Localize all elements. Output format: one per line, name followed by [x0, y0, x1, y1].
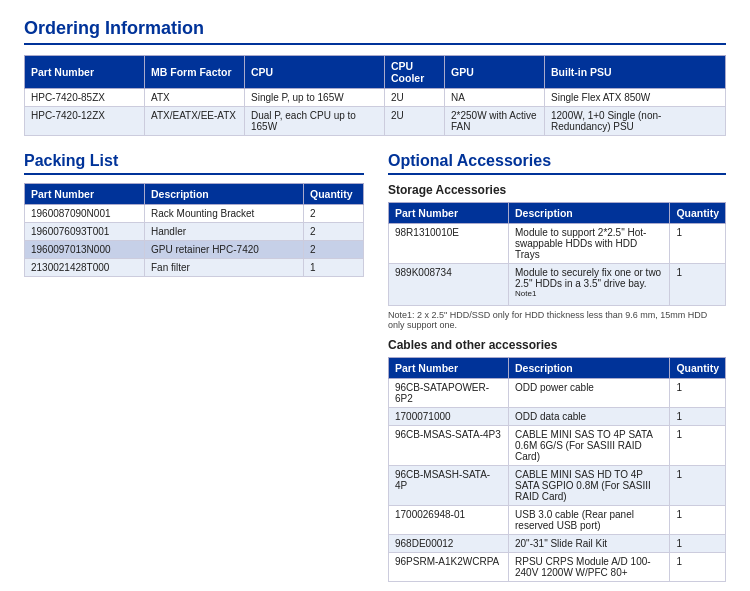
packing-row: 1960097013N000GPU retainer HPC-74202 — [25, 241, 364, 259]
cables-header-row: Part Number Description Quantity — [389, 358, 726, 379]
packing-table: Part Number Description Quantity 1960087… — [24, 183, 364, 277]
packing-row: 1960076093T001Handler2 — [25, 223, 364, 241]
storage-row: 98R1310010EModule to support 2*2.5" Hot-… — [389, 224, 726, 264]
ordering-title: Ordering Information — [24, 18, 726, 45]
packing-row: 1960087090N001Rack Mounting Bracket2 — [25, 205, 364, 223]
cables-subtitle: Cables and other accessories — [388, 338, 726, 352]
cables-row: 96CB-MSASH-SATA-4PCABLE MINI SAS HD TO 4… — [389, 466, 726, 506]
ordering-col-cooler: CPU Cooler — [385, 56, 445, 89]
packing-col-desc: Description — [145, 184, 304, 205]
storage-col-qty: Quantity — [670, 203, 726, 224]
cables-row: 96CB-MSAS-SATA-4P3CABLE MINI SAS TO 4P S… — [389, 426, 726, 466]
packing-title: Packing List — [24, 152, 364, 175]
cables-row: 96CB-SATAPOWER-6P2ODD power cable1 — [389, 379, 726, 408]
ordering-header-row: Part Number MB Form Factor CPU CPU Coole… — [25, 56, 726, 89]
cables-row: 96PSRM-A1K2WCRPARPSU CRPS Module A/D 100… — [389, 553, 726, 582]
cables-row: 1700071000ODD data cable1 — [389, 408, 726, 426]
ordering-col-psu: Built-in PSU — [545, 56, 726, 89]
optional-title: Optional Accessories — [388, 152, 726, 175]
cables-col-qty: Quantity — [670, 358, 726, 379]
storage-table: Part Number Description Quantity 98R1310… — [388, 202, 726, 306]
ordering-col-cpu: CPU — [245, 56, 385, 89]
cables-col-desc: Description — [509, 358, 670, 379]
ordering-table: Part Number MB Form Factor CPU CPU Coole… — [24, 55, 726, 136]
cables-table: Part Number Description Quantity 96CB-SA… — [388, 357, 726, 582]
cables-row: 968DE0001220"-31" Slide Rail Kit1 — [389, 535, 726, 553]
ordering-col-mb: MB Form Factor — [145, 56, 245, 89]
ordering-col-gpu: GPU — [445, 56, 545, 89]
storage-col-desc: Description — [509, 203, 670, 224]
ordering-row: HPC-7420-85ZXATXSingle P, up to 165W2UNA… — [25, 89, 726, 107]
packing-header-row: Part Number Description Quantity — [25, 184, 364, 205]
cables-col-part: Part Number — [389, 358, 509, 379]
ordering-row: HPC-7420-12ZXATX/EATX/EE-ATXDual P, each… — [25, 107, 726, 136]
ordering-col-part: Part Number — [25, 56, 145, 89]
storage-header-row: Part Number Description Quantity — [389, 203, 726, 224]
packing-row: 2130021428T000Fan filter1 — [25, 259, 364, 277]
packing-col-part: Part Number — [25, 184, 145, 205]
packing-col-qty: Quantity — [304, 184, 364, 205]
cables-row: 1700026948-01USB 3.0 cable (Rear panel r… — [389, 506, 726, 535]
storage-row: 989K008734Module to securely fix one or … — [389, 264, 726, 306]
storage-subtitle: Storage Accessories — [388, 183, 726, 197]
storage-note: Note1: 2 x 2.5" HDD/SSD only for HDD thi… — [388, 310, 726, 330]
storage-col-part: Part Number — [389, 203, 509, 224]
